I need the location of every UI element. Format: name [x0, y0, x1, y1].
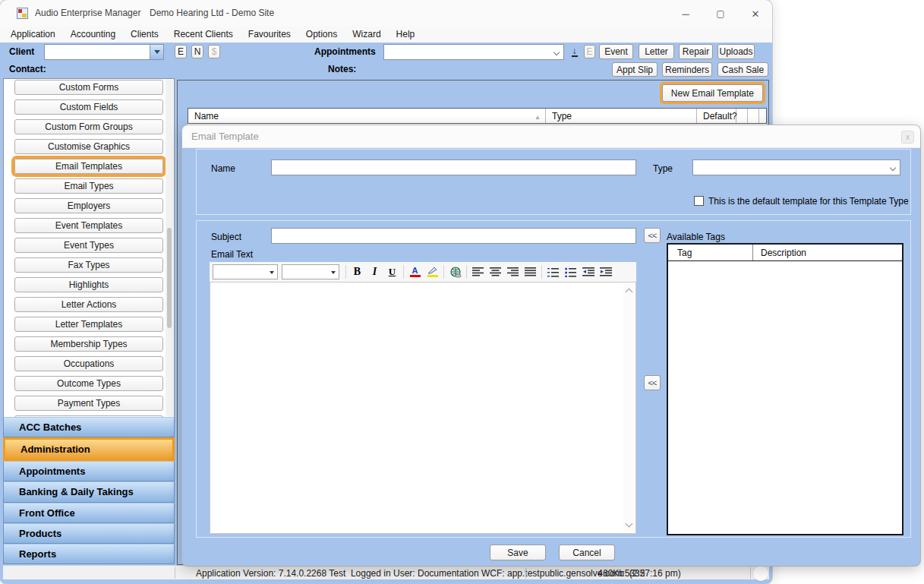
cancel-button[interactable]: Cancel — [559, 545, 615, 560]
column-default[interactable]: Default? — [697, 109, 736, 123]
scroll-down-icon[interactable] — [626, 520, 633, 528]
appt-slip-button[interactable]: Appt Slip — [612, 62, 658, 77]
sidebar-item-outcome-types[interactable]: Outcome Types — [14, 376, 163, 391]
font-family-combo[interactable] — [213, 264, 278, 279]
appointments-combo[interactable] — [383, 44, 564, 60]
align-left-icon — [472, 267, 484, 276]
menu-clients[interactable]: Clients — [123, 27, 166, 43]
section-products[interactable]: Products — [3, 523, 175, 544]
hyperlink-button[interactable] — [446, 264, 464, 279]
contact-label: Contact: — [9, 64, 46, 74]
sidebar-item-custom-fields[interactable]: Custom Fields — [14, 99, 163, 115]
default-template-checkbox[interactable] — [694, 196, 704, 206]
sidebar-item-fax-types[interactable]: Fax Types — [14, 257, 163, 273]
save-button[interactable]: Save — [490, 545, 546, 560]
cash-sale-button[interactable]: Cash Sale — [717, 62, 768, 77]
increase-indent-button[interactable] — [597, 264, 614, 279]
menu-help[interactable]: Help — [389, 27, 423, 43]
italic-icon: I — [373, 266, 377, 278]
font-size-combo[interactable] — [282, 264, 339, 279]
sidebar-item-highlights[interactable]: Highlights — [14, 277, 163, 292]
maximize-icon[interactable]: ▢ — [708, 5, 733, 23]
section-administration[interactable]: Administration — [3, 437, 175, 461]
dialog-close-icon[interactable]: x — [901, 131, 914, 144]
sidebar-item-payment-types[interactable]: Payment Types — [14, 396, 163, 411]
subject-insert-tag-button[interactable]: << — [644, 228, 661, 243]
section-reports[interactable]: Reports — [3, 544, 175, 564]
column-type[interactable]: Type — [546, 109, 697, 123]
sort-ascending-icon: ▲ — [535, 114, 541, 121]
section-acc-batches[interactable]: ACC Batches — [3, 417, 175, 437]
highlight-button[interactable] — [424, 264, 441, 279]
sidebar-scrollbar[interactable] — [166, 80, 173, 416]
minimize-icon[interactable]: ─ — [673, 5, 698, 23]
decrease-indent-button[interactable] — [579, 264, 597, 279]
email-text-area[interactable] — [210, 282, 636, 534]
sidebar-item-custom-forms[interactable]: Custom Forms — [14, 80, 163, 95]
close-icon[interactable]: ✕ — [743, 5, 768, 23]
column-type-label: Type — [552, 111, 572, 122]
subject-input[interactable] — [271, 228, 636, 244]
column-extra-2 — [748, 109, 759, 123]
sidebar-item-email-types[interactable]: Email Types — [14, 178, 163, 194]
section-banking-daily-takings[interactable]: Banking & Daily Takings — [3, 481, 175, 502]
sidebar-item-employers[interactable]: Employers — [14, 198, 163, 213]
body-insert-tag-button[interactable]: << — [644, 375, 661, 390]
reminders-button[interactable]: Reminders — [662, 62, 712, 77]
bullet-list-button[interactable] — [562, 264, 579, 279]
section-appointments[interactable]: Appointments — [3, 461, 175, 481]
menu-wizard[interactable]: Wizard — [345, 27, 388, 43]
tag-column-header[interactable]: Tag — [668, 245, 753, 260]
hyperlink-globe-icon — [449, 267, 462, 278]
app-title: Audio Enterprise Manager — [35, 8, 140, 18]
bold-button[interactable]: B — [348, 264, 366, 279]
title-bar: Audio Enterprise Manager Demo Hearing Lt… — [0, 0, 772, 27]
sidebar-item-event-types[interactable]: Event Types — [14, 238, 163, 253]
name-input[interactable] — [271, 159, 636, 175]
scroll-up-icon[interactable] — [626, 289, 633, 296]
section-front-office[interactable]: Front Office — [3, 503, 175, 523]
menu-accounting[interactable]: Accounting — [63, 27, 123, 43]
menu-favourites[interactable]: Favourites — [241, 27, 298, 43]
menu-application[interactable]: Application — [3, 27, 63, 43]
description-column-header[interactable]: Description — [753, 245, 902, 260]
menu-recent-clients[interactable]: Recent Clients — [166, 27, 241, 43]
numbered-list-button[interactable] — [544, 264, 562, 279]
align-right-button[interactable] — [504, 264, 522, 279]
event-button[interactable]: Event — [599, 44, 633, 59]
letter-button[interactable]: Letter — [639, 44, 674, 59]
column-name[interactable]: Name ▲ — [188, 109, 546, 123]
download-icon: ↓ — [572, 47, 578, 57]
sidebar-item-letter-templates[interactable]: Letter Templates — [14, 317, 163, 332]
sidebar-item-customise-graphics[interactable]: Customise Graphics — [14, 139, 163, 154]
sidebar-item-occupations[interactable]: Occupations — [14, 356, 163, 371]
richtext-toolbar: B I U A — [210, 262, 636, 282]
menu-bar: Application Accounting Clients Recent Cl… — [0, 27, 772, 43]
font-color-button[interactable]: A — [406, 264, 424, 279]
client-notes-button[interactable]: N — [191, 45, 203, 58]
align-justify-button[interactable] — [522, 264, 539, 279]
sidebar-scrollbar-thumb[interactable] — [167, 228, 172, 328]
sidebar-item-membership-types[interactable]: Membership Types — [14, 336, 163, 352]
sidebar-item-email-templates[interactable]: Email Templates — [14, 159, 163, 174]
repair-button[interactable]: Repair — [679, 44, 713, 59]
client-combo-dropdown-icon[interactable] — [150, 45, 163, 59]
align-center-button[interactable] — [487, 264, 504, 279]
table-scrollbar[interactable] — [759, 109, 766, 123]
email-text-scrollbar[interactable] — [623, 283, 635, 532]
type-combo[interactable] — [692, 159, 900, 175]
align-left-button[interactable] — [469, 264, 487, 279]
new-email-template-button[interactable]: New Email Template — [662, 84, 763, 102]
client-combo[interactable] — [44, 44, 164, 60]
sidebar-item-event-templates[interactable]: Event Templates — [14, 218, 163, 233]
italic-button[interactable]: I — [366, 264, 383, 279]
menu-options[interactable]: Options — [298, 27, 345, 43]
sidebar-item-custom-form-groups[interactable]: Custom Form Groups — [14, 119, 163, 134]
underline-button[interactable]: U — [383, 264, 401, 279]
uploads-button[interactable]: Uploads — [717, 44, 755, 59]
client-edit-button[interactable]: E — [175, 45, 187, 58]
download-appointment-button[interactable]: ↓ — [567, 44, 582, 60]
sidebar-item-letter-actions[interactable]: Letter Actions — [14, 297, 163, 312]
type-label: Type — [653, 163, 673, 174]
section-accordion: ACC Batches Administration Appointments … — [3, 417, 175, 564]
